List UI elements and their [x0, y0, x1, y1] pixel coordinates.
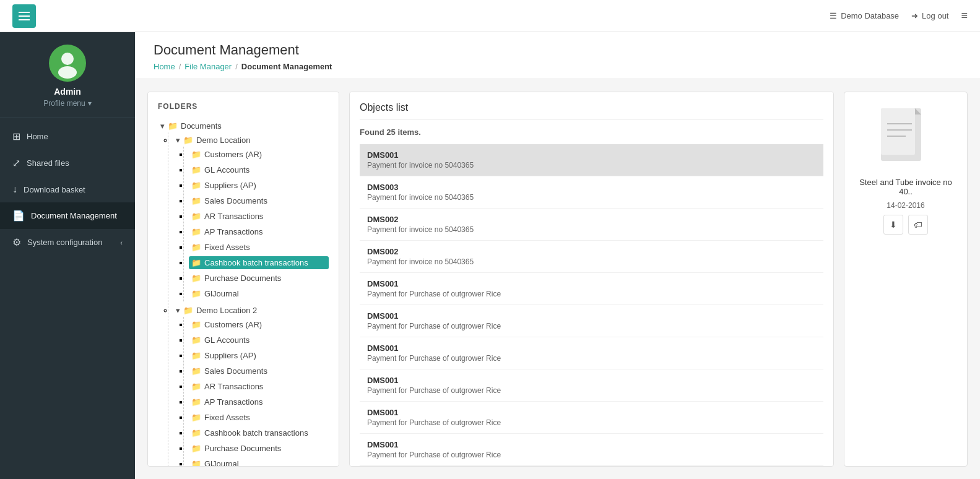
tree-label-demo-location-2: Demo Location 2: [196, 306, 257, 315]
object-item-8[interactable]: DMS001 Payment for Purchase of outgrower…: [360, 402, 823, 434]
sidebar-item-document-management[interactable]: 📄 Document Management: [0, 202, 135, 229]
object-item-2[interactable]: DMS002 Payment for invoice no 5040365: [360, 209, 823, 241]
menu-icon[interactable]: ≡: [961, 9, 968, 22]
tree-ar-transactions-2[interactable]: 📁AR Transactions: [189, 380, 329, 393]
obj-desc-1: Payment for invoice no 5040365: [367, 193, 816, 202]
sidebar-item-home[interactable]: ⊞ Home: [0, 123, 135, 150]
tree-demo-location-1[interactable]: ▾ 📁 Demo Location: [173, 134, 329, 147]
folder-icon: 📁: [191, 335, 201, 345]
tree-label: GlJournal: [204, 289, 239, 298]
tree-demo-location-1-children: 📁Customers (AR) 📁GL Accounts 📁Suppliers …: [183, 147, 329, 301]
document-management-icon: 📄: [12, 210, 25, 222]
tree-label: Fixed Assets: [204, 413, 250, 422]
tree-label-documents: Documents: [181, 121, 222, 131]
tree-customers-ar-1[interactable]: 📁Customers (AR): [189, 148, 329, 161]
object-item-0[interactable]: DMS001 Payment for invoice no 5040365: [360, 144, 823, 176]
folder-icon: 📁: [191, 320, 201, 329]
download-button[interactable]: ⬇: [883, 215, 903, 235]
tree-gl-accounts-2[interactable]: 📁GL Accounts: [189, 334, 329, 347]
folder-icon: 📁: [191, 459, 201, 467]
obj-id-3: DMS002: [367, 247, 816, 256]
folder-icon: 📁: [183, 306, 193, 315]
tree-customers-ar-2[interactable]: 📁Customers (AR): [189, 318, 329, 331]
object-item-6[interactable]: DMS001 Payment for Purchase of outgrower…: [360, 337, 823, 369]
folder-icon: 📁: [168, 121, 178, 131]
folder-icon: 📁: [191, 165, 201, 175]
tree-root-documents[interactable]: ▾ 📁 Documents: [158, 119, 329, 132]
obj-desc-8: Payment for Purchase of outgrower Rice: [367, 418, 816, 427]
folders-title: FOLDERS: [158, 102, 329, 111]
preview-file-icon: [875, 102, 937, 170]
tree-fixed-assets-2[interactable]: 📁Fixed Assets: [189, 411, 329, 424]
tag-button[interactable]: 🏷: [908, 215, 928, 235]
content-area: Document Management Home / File Manager …: [135, 32, 980, 479]
sidebar-item-download-basket[interactable]: ↓ Download basket: [0, 176, 135, 202]
tree-cashbook-batch-2[interactable]: 📁Cashbook batch transactions: [189, 426, 329, 439]
object-item-1[interactable]: DMS003 Payment for invoice no 5040365: [360, 176, 823, 209]
tree-demo-location-2[interactable]: ▾ 📁 Demo Location 2: [173, 304, 329, 317]
folder-icon: 📁: [191, 196, 201, 205]
sidebar-item-system-configuration[interactable]: ⚙ System configuration ‹: [0, 229, 135, 256]
breadcrumb-sep-1: /: [179, 62, 181, 71]
tree-sales-docs-2[interactable]: 📁Sales Documents: [189, 365, 329, 378]
preview-panel: Steel and Tube invoice no 40.. 14-02-201…: [844, 92, 968, 467]
tree-ap-transactions-2[interactable]: 📁AP Transactions: [189, 395, 329, 408]
obj-id-8: DMS001: [367, 408, 816, 417]
obj-id-7: DMS001: [367, 376, 816, 385]
folder-icon: 📁: [191, 289, 201, 298]
collapse-icon: ▾: [176, 306, 180, 315]
object-item-4[interactable]: DMS001 Payment for Purchase of outgrower…: [360, 273, 823, 305]
obj-desc-7: Payment for Purchase of outgrower Rice: [367, 386, 816, 395]
tree-gljournal-2[interactable]: 📁GlJournal: [189, 457, 329, 467]
folder-icon: 📁: [191, 150, 201, 159]
obj-id-5: DMS001: [367, 311, 816, 321]
tree-demo-location-2-children: 📁Customers (AR) 📁GL Accounts 📁Suppliers …: [183, 317, 329, 467]
folder-icon: 📁: [191, 351, 201, 360]
tree-sales-docs-1[interactable]: 📁Sales Documents: [189, 194, 329, 207]
sidebar: Admin Profile menu ▾ ⊞ Home ⤢ Shared fil…: [0, 32, 135, 479]
home-icon: ⊞: [12, 131, 20, 142]
content-panels: FOLDERS ▾ 📁 Documents ▾ 📁: [135, 79, 980, 479]
page-title: Document Management: [154, 42, 961, 58]
avatar: [49, 45, 86, 82]
tree-label: Sales Documents: [204, 366, 267, 376]
tree-label-demo-location-1: Demo Location: [196, 136, 250, 145]
shared-files-icon: ⤢: [12, 157, 20, 169]
tree-ap-transactions-1[interactable]: 📁AP Transactions: [189, 225, 329, 238]
folder-icon: 📁: [191, 212, 201, 221]
folder-icon: 📁: [191, 382, 201, 391]
db-name: Demo Database: [841, 11, 899, 20]
sidebar-item-shared-files[interactable]: ⤢ Shared files: [0, 150, 135, 176]
tree-ar-transactions-1[interactable]: 📁AR Transactions: [189, 210, 329, 223]
tree-gljournal-1[interactable]: 📁GlJournal: [189, 287, 329, 300]
object-item-7[interactable]: DMS001 Payment for Purchase of outgrower…: [360, 369, 823, 402]
breadcrumb-file-manager[interactable]: File Manager: [184, 62, 232, 71]
tree-suppliers-ap-2[interactable]: 📁Suppliers (AP): [189, 349, 329, 362]
tree-label: Cashbook batch transactions: [204, 428, 308, 438]
tree-label: Purchase Documents: [204, 274, 281, 283]
objects-title: Objects list: [360, 102, 823, 120]
object-item-5[interactable]: DMS001 Payment for Purchase of outgrower…: [360, 305, 823, 337]
obj-desc-5: Payment for Purchase of outgrower Rice: [367, 322, 816, 330]
system-config-icon: ⚙: [12, 236, 21, 248]
tree-label: Suppliers (AP): [204, 351, 256, 360]
tree-label: AR Transactions: [204, 212, 263, 221]
breadcrumb-home[interactable]: Home: [154, 62, 175, 71]
chevron-left-icon: ‹: [120, 239, 123, 246]
tree-suppliers-ap-1[interactable]: 📁Suppliers (AP): [189, 179, 329, 192]
download-basket-icon: ↓: [12, 184, 17, 195]
object-item-9[interactable]: DMS001 Payment for Purchase of outgrower…: [360, 434, 823, 466]
obj-desc-3: Payment for invoice no 5040365: [367, 257, 816, 266]
tree-fixed-assets-1[interactable]: 📁Fixed Assets: [189, 241, 329, 254]
object-item-3[interactable]: DMS002 Payment for invoice no 5040365: [360, 241, 823, 273]
logout-button[interactable]: ➜ Log out: [911, 11, 948, 20]
folder-icon: 📁: [191, 227, 201, 236]
tree-gl-accounts-1[interactable]: 📁GL Accounts: [189, 163, 329, 176]
hamburger-button[interactable]: [12, 4, 36, 28]
tree-cashbook-batch-1[interactable]: 📁Cashbook batch transactions: [189, 256, 329, 269]
folder-icon: 📁: [191, 274, 201, 283]
tree-purchase-docs-2[interactable]: 📁Purchase Documents: [189, 442, 329, 455]
tree-purchase-docs-1[interactable]: 📁Purchase Documents: [189, 272, 329, 285]
obj-desc-4: Payment for Purchase of outgrower Rice: [367, 290, 816, 298]
sidebar-profile-menu[interactable]: Profile menu ▾: [43, 99, 91, 108]
